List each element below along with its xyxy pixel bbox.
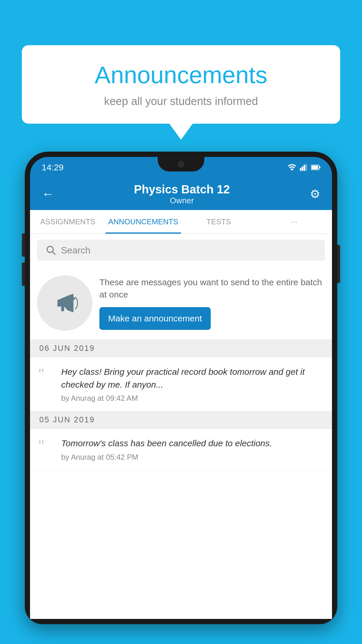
promo-right: These are messages you want to send to t… bbox=[99, 276, 325, 330]
tab-tests[interactable]: TESTS bbox=[181, 210, 256, 234]
svg-rect-0 bbox=[300, 168, 301, 171]
svg-point-9 bbox=[73, 298, 75, 300]
make-announcement-button[interactable]: Make an announcement bbox=[99, 307, 211, 330]
status-time: 14:29 bbox=[42, 162, 64, 172]
phone-container: 14:29 bbox=[25, 152, 337, 644]
promo-area: These are messages you want to send to t… bbox=[30, 267, 332, 340]
announcement-message-2: Tomorrow's class has been cancelled due … bbox=[61, 437, 324, 450]
tab-assignments[interactable]: ASSIGNMENTS bbox=[30, 210, 106, 234]
announcement-meta-2: by Anurag at 05:42 PM bbox=[61, 453, 324, 462]
header-center: Physics Batch 12 Owner bbox=[134, 183, 230, 205]
speech-bubble-container: Announcements keep all your students inf… bbox=[22, 45, 340, 140]
megaphone-icon bbox=[50, 288, 79, 318]
promo-icon-circle bbox=[37, 275, 92, 331]
svg-point-7 bbox=[47, 246, 53, 253]
signal-icon bbox=[300, 164, 307, 171]
quote-icon-2: " bbox=[38, 438, 54, 453]
status-icons bbox=[288, 164, 320, 171]
search-icon bbox=[46, 245, 56, 256]
battery-icon bbox=[311, 164, 320, 170]
announcement-text-block-2: Tomorrow's class has been cancelled due … bbox=[61, 437, 324, 462]
tab-announcements[interactable]: ANNOUNCEMENTS bbox=[106, 210, 181, 234]
search-bar[interactable]: Search bbox=[37, 240, 325, 261]
header-subtitle: Owner bbox=[134, 196, 230, 205]
announcement-message-1: Hey class! Bring your practical record b… bbox=[61, 365, 324, 391]
announcement-text-block-1: Hey class! Bring your practical record b… bbox=[61, 365, 324, 403]
app-header: ← Physics Batch 12 Owner ⚙ bbox=[30, 178, 332, 210]
tab-bar: ASSIGNMENTS ANNOUNCEMENTS TESTS ··· bbox=[30, 210, 332, 234]
svg-rect-3 bbox=[306, 164, 307, 171]
announcement-item-2[interactable]: " Tomorrow's class has been cancelled du… bbox=[30, 429, 332, 470]
side-button-volume-up bbox=[22, 233, 25, 257]
svg-rect-6 bbox=[312, 166, 318, 169]
phone-outer: 14:29 bbox=[25, 152, 337, 624]
notch bbox=[158, 157, 204, 172]
side-button-volume-down bbox=[22, 262, 25, 286]
date-separator-2: 05 JUN 2019 bbox=[30, 411, 332, 429]
speech-bubble-arrow bbox=[169, 124, 193, 140]
search-placeholder: Search bbox=[61, 245, 90, 256]
promo-description: These are messages you want to send to t… bbox=[99, 276, 325, 301]
announcement-meta-1: by Anurag at 09:42 AM bbox=[61, 394, 324, 403]
speech-bubble-subtitle: keep all your students informed bbox=[39, 95, 323, 108]
speech-bubble: Announcements keep all your students inf… bbox=[22, 45, 340, 124]
svg-rect-5 bbox=[319, 166, 320, 169]
search-bar-container: Search bbox=[30, 234, 332, 267]
announcement-item-1[interactable]: " Hey class! Bring your practical record… bbox=[30, 357, 332, 411]
status-bar: 14:29 bbox=[30, 157, 332, 178]
app-content: Search These are messages you want to se… bbox=[30, 234, 332, 619]
quote-icon-1: " bbox=[38, 367, 54, 382]
date-separator-1: 06 JUN 2019 bbox=[30, 340, 332, 357]
camera bbox=[178, 161, 184, 167]
speech-bubble-title: Announcements bbox=[39, 61, 323, 89]
side-button-power bbox=[337, 245, 340, 283]
back-button[interactable]: ← bbox=[42, 187, 54, 201]
settings-button[interactable]: ⚙ bbox=[310, 187, 320, 201]
header-title: Physics Batch 12 bbox=[134, 183, 230, 196]
wifi-icon bbox=[288, 164, 296, 171]
tab-more[interactable]: ··· bbox=[256, 210, 332, 234]
svg-rect-1 bbox=[302, 166, 303, 171]
svg-line-8 bbox=[52, 252, 55, 255]
svg-rect-2 bbox=[304, 165, 305, 171]
